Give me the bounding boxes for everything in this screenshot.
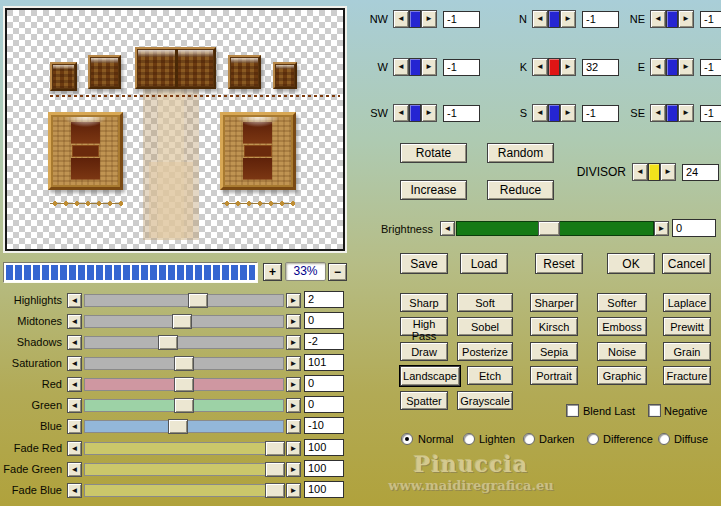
slider-value[interactable]: -2	[304, 333, 344, 350]
matrix-value[interactable]: -1	[443, 105, 480, 122]
load-button[interactable]: Load	[460, 253, 508, 274]
slider-value[interactable]: 0	[304, 312, 344, 329]
spinner-right-arrow-icon[interactable]: ►	[560, 58, 576, 76]
slider-value[interactable]: 100	[304, 439, 344, 456]
slider-right-arrow-icon[interactable]: ►	[286, 462, 301, 477]
filter-button-high-pass[interactable]: High Pass	[400, 317, 448, 336]
spinner-right-arrow-icon[interactable]: ►	[560, 10, 576, 28]
matrix-value[interactable]: 32	[582, 59, 619, 76]
matrix-value[interactable]: -1	[700, 11, 721, 28]
brightness-value[interactable]: 0	[672, 219, 716, 237]
reduce-button[interactable]: Reduce	[487, 180, 554, 200]
matrix-value[interactable]: -1	[443, 11, 480, 28]
slider-value[interactable]: 0	[304, 375, 344, 392]
spinner-left-arrow-icon[interactable]: ◄	[393, 104, 409, 122]
slider-thumb[interactable]	[265, 441, 285, 456]
spinner-right-arrow-icon[interactable]: ►	[678, 10, 694, 28]
spinner-thumb[interactable]	[548, 104, 560, 122]
cancel-button[interactable]: Cancel	[662, 253, 711, 274]
filter-button-laplace[interactable]: Laplace	[663, 293, 711, 312]
zoom-out-button[interactable]: −	[328, 263, 347, 281]
spinner-thumb[interactable]	[666, 58, 678, 76]
slider-right-arrow-icon[interactable]: ►	[286, 335, 301, 350]
matrix-value[interactable]: -1	[700, 105, 721, 122]
matrix-value[interactable]: -1	[443, 59, 480, 76]
negative-checkbox[interactable]	[648, 404, 661, 417]
filter-button-soft[interactable]: Soft	[457, 293, 513, 312]
spinner-right-arrow-icon[interactable]: ►	[560, 104, 576, 122]
difference-radio[interactable]	[587, 433, 599, 445]
slider-track[interactable]	[84, 399, 284, 412]
slider-track[interactable]	[84, 463, 284, 476]
spinner-thumb[interactable]	[666, 104, 678, 122]
slider-right-arrow-icon[interactable]: ►	[286, 356, 301, 371]
save-button[interactable]: Save	[400, 253, 448, 274]
spinner-left-arrow-icon[interactable]: ◄	[650, 58, 666, 76]
slider-right-arrow-icon[interactable]: ►	[286, 377, 301, 392]
slider-track[interactable]	[84, 484, 284, 497]
slider-right-arrow-icon[interactable]: ►	[286, 441, 301, 456]
filter-button-portrait[interactable]: Portrait	[530, 366, 578, 385]
slider-right-arrow-icon[interactable]: ►	[286, 293, 301, 308]
slider-thumb[interactable]	[265, 483, 285, 498]
filter-button-grayscale[interactable]: Grayscale	[457, 391, 513, 410]
slider-right-arrow-icon[interactable]: ►	[286, 483, 301, 498]
spinner-thumb[interactable]	[648, 163, 660, 181]
filter-button-spatter[interactable]: Spatter	[400, 391, 448, 410]
slider-thumb[interactable]	[172, 314, 192, 329]
slider-value[interactable]: 101	[304, 354, 344, 371]
ok-button[interactable]: OK	[607, 253, 655, 274]
filter-button-landscape[interactable]: Landscape	[400, 366, 460, 386]
slider-value[interactable]: 2	[304, 291, 344, 308]
blend-last-checkbox[interactable]	[566, 404, 579, 417]
filter-button-sharper[interactable]: Sharper	[530, 293, 578, 312]
slider-right-arrow-icon[interactable]: ►	[286, 419, 301, 434]
matrix-value[interactable]: -1	[582, 105, 619, 122]
spinner-left-arrow-icon[interactable]: ◄	[532, 58, 548, 76]
spinner-left-arrow-icon[interactable]: ◄	[650, 10, 666, 28]
spinner-right-arrow-icon[interactable]: ►	[421, 58, 437, 76]
slider-track[interactable]	[84, 294, 284, 307]
slider-value[interactable]: 0	[304, 396, 344, 413]
spinner-left-arrow-icon[interactable]: ◄	[393, 58, 409, 76]
filter-button-draw[interactable]: Draw	[400, 342, 448, 361]
normal-radio[interactable]	[401, 433, 413, 445]
filter-button-sharp[interactable]: Sharp	[400, 293, 448, 312]
increase-button[interactable]: Increase	[400, 180, 467, 200]
filter-button-grain[interactable]: Grain	[663, 342, 711, 361]
spinner-thumb[interactable]	[409, 104, 421, 122]
brightness-right-arrow-icon[interactable]: ►	[654, 221, 669, 236]
slider-left-arrow-icon[interactable]: ◄	[67, 398, 82, 413]
slider-thumb[interactable]	[158, 335, 178, 350]
slider-track[interactable]	[84, 420, 284, 433]
lighten-radio[interactable]	[463, 433, 475, 445]
darken-radio[interactable]	[523, 433, 535, 445]
slider-track[interactable]	[84, 442, 284, 455]
slider-track[interactable]	[84, 357, 284, 370]
random-button[interactable]: Random	[487, 143, 554, 163]
spinner-thumb[interactable]	[548, 58, 560, 76]
slider-left-arrow-icon[interactable]: ◄	[67, 441, 82, 456]
slider-track[interactable]	[84, 378, 284, 391]
slider-thumb[interactable]	[265, 462, 285, 477]
divisor-value[interactable]: 24	[682, 164, 719, 181]
spinner-left-arrow-icon[interactable]: ◄	[650, 104, 666, 122]
spinner-left-arrow-icon[interactable]: ◄	[393, 10, 409, 28]
brightness-track[interactable]	[456, 221, 654, 236]
spinner-left-arrow-icon[interactable]: ◄	[632, 163, 648, 181]
slider-left-arrow-icon[interactable]: ◄	[67, 462, 82, 477]
rotate-button[interactable]: Rotate	[400, 143, 467, 163]
filter-button-sobel[interactable]: Sobel	[457, 317, 513, 336]
slider-value[interactable]: 100	[304, 460, 344, 477]
slider-track[interactable]	[84, 315, 284, 328]
filter-button-prewitt[interactable]: Prewitt	[663, 317, 711, 336]
slider-left-arrow-icon[interactable]: ◄	[67, 335, 82, 350]
spinner-left-arrow-icon[interactable]: ◄	[532, 10, 548, 28]
slider-left-arrow-icon[interactable]: ◄	[67, 419, 82, 434]
brightness-thumb[interactable]	[538, 221, 560, 236]
slider-thumb[interactable]	[174, 377, 194, 392]
slider-left-arrow-icon[interactable]: ◄	[67, 293, 82, 308]
spinner-right-arrow-icon[interactable]: ►	[421, 104, 437, 122]
slider-left-arrow-icon[interactable]: ◄	[67, 377, 82, 392]
filter-button-graphic[interactable]: Graphic	[597, 366, 647, 385]
